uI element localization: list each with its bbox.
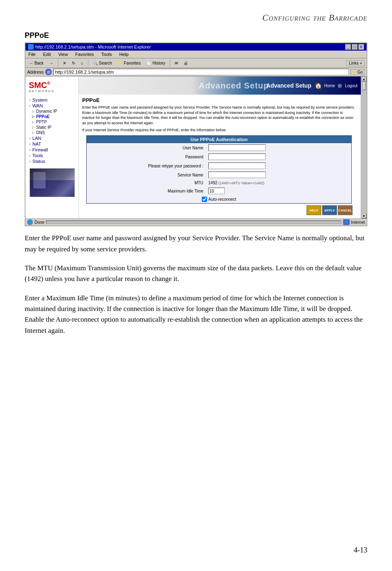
nav-wan[interactable]: ○ WAN	[25, 103, 78, 109]
toolbar-sep-1	[58, 59, 58, 67]
forward-button[interactable]: →	[47, 60, 55, 66]
retype-password-input[interactable]	[208, 162, 266, 169]
refresh-button[interactable]: ↻	[70, 60, 77, 66]
search-button[interactable]: 🔍 Search	[91, 60, 114, 66]
nav-nat[interactable]: ○ NAT	[25, 141, 78, 147]
title-bar-controls[interactable]: _ □ ✕	[345, 44, 364, 50]
nav-pptp[interactable]: ▷ PPTP	[25, 119, 78, 125]
mtu-value: 1492	[208, 181, 217, 185]
smc-logo: SMC® NETWORKS	[25, 78, 78, 96]
title-bar-left: 🌐 http://192.168.2.1/setupa.stm - Micros…	[28, 44, 151, 50]
minimize-button[interactable]: _	[345, 44, 351, 50]
address-input[interactable]	[53, 69, 348, 75]
smc-text: SMC®	[29, 81, 50, 90]
address-bar: Address @ ⚡Go	[25, 68, 367, 77]
service-name-input[interactable]	[208, 172, 266, 178]
back-button[interactable]: ← Back	[27, 60, 46, 66]
nav-static-ip[interactable]: ▷ Static IP	[25, 125, 78, 130]
go-button[interactable]: ⚡Go	[350, 69, 365, 75]
history-button[interactable]: 🕐 History	[144, 60, 167, 66]
smc-registered: ®	[47, 81, 50, 86]
print-button[interactable]: 🖨	[182, 60, 190, 66]
max-idle-input[interactable]	[208, 188, 225, 194]
menu-help[interactable]: Help	[118, 51, 130, 57]
auto-reconnect-label[interactable]: Auto-reconnect	[89, 197, 349, 202]
main-content: Advanced Setup Advanced Setup 🏠 Home ⊗ L…	[79, 77, 361, 218]
cancel-button[interactable]: CANCEL	[338, 205, 353, 215]
auto-reconnect-text: Auto-reconnect	[208, 197, 236, 202]
status-bar: 🌐 Done 🌐 Internet	[25, 218, 367, 225]
scroll-down[interactable]: ▼	[362, 214, 367, 218]
menu-view[interactable]: View	[57, 51, 69, 57]
scroll-thumb[interactable]	[362, 82, 366, 90]
logout-link[interactable]: Logout	[345, 84, 357, 88]
table-row: Password	[87, 152, 351, 161]
nav-lan[interactable]: ○ LAN	[25, 135, 78, 141]
toolbar-sep-3	[170, 59, 170, 67]
scroll-up[interactable]: ▲	[362, 77, 367, 81]
mail-button[interactable]: ✉	[173, 60, 180, 66]
nav-system[interactable]: ○ System	[25, 97, 78, 103]
close-button[interactable]: ✕	[358, 44, 364, 50]
menu-tools[interactable]: Tools	[100, 51, 113, 57]
help-button[interactable]: HELP	[307, 205, 321, 215]
pppoe-title: PPPoE	[82, 97, 356, 103]
browser-window: 🌐 http://192.168.2.1/setupa.stm - Micros…	[25, 42, 367, 226]
left-sidebar: SMC® NETWORKS ○ System ○ WAN ▷ Dynamic I…	[25, 77, 79, 218]
address-label: Address	[27, 70, 44, 74]
banner-links: 🏠 Home ⊗ Logout	[315, 82, 357, 89]
toolbar: ← Back → ✕ ↻ ⌂ 🔍 Search ⭐ Favorites 🕐 Hi…	[25, 58, 367, 68]
status-text: Done	[35, 220, 44, 225]
sidebar-image	[30, 168, 75, 197]
isp-text: If your Internet Service Provider requir…	[82, 128, 356, 132]
service-name-label: Service Name	[87, 170, 206, 179]
nav-dns[interactable]: ▷ DNS	[25, 130, 78, 135]
header-text: Configuring the Barricade	[262, 12, 367, 23]
username-input[interactable]	[208, 144, 266, 151]
body-text: Enter the PPPoE user name and password a…	[0, 226, 392, 351]
stop-button[interactable]: ✕	[61, 60, 68, 66]
description-text: Enter the PPPoE user name and password a…	[82, 105, 356, 125]
table-row: MTU 1492 (1440<=MTU Value<=1492)	[87, 179, 351, 186]
toolbar-sep-2	[88, 59, 88, 67]
scroll-track	[362, 82, 367, 213]
password-input[interactable]	[208, 153, 266, 160]
form-header: Use PPPoE Authentication	[87, 136, 351, 143]
mtu-hint: (1440<=MTU Value<=1492)	[219, 181, 264, 185]
nav-firewall[interactable]: ○ Firewall	[25, 147, 78, 153]
auto-reconnect-checkbox[interactable]	[202, 197, 207, 202]
username-label: User Name	[87, 143, 206, 152]
menu-file[interactable]: File	[27, 51, 37, 57]
form-section: Use PPPoE Authentication User Name Passw…	[86, 135, 352, 204]
retype-password-label: Please retype your password :	[87, 161, 206, 170]
menu-bar: File Edit View Favorites Tools Help	[25, 51, 367, 58]
status-zone: 🌐 Internet	[343, 219, 365, 225]
apply-button[interactable]: APPLY	[322, 205, 337, 215]
smc-networks: NETWORKS	[29, 89, 75, 93]
nav-pppoe[interactable]: ▷ PPPoE	[25, 114, 78, 119]
nav-status[interactable]: ○ Status	[25, 158, 78, 164]
zone-text: Internet	[351, 220, 365, 225]
page-number: 4-13	[354, 546, 367, 555]
menu-favorites[interactable]: Favorites	[74, 51, 95, 57]
content-area: PPPoE Enter the PPPoE user name and pass…	[79, 95, 361, 218]
scrollbar[interactable]: ▲ ▼	[361, 77, 367, 218]
top-banner: Advanced Setup Advanced Setup 🏠 Home ⊗ L…	[79, 77, 361, 95]
home-button[interactable]: ⌂	[79, 60, 85, 66]
table-row: Service Name	[87, 170, 351, 179]
favorites-button[interactable]: ⭐ Favorites	[116, 60, 143, 66]
password-label: Password	[87, 152, 206, 161]
home-icon: 🏠	[315, 82, 322, 89]
links-button[interactable]: Links »	[346, 60, 365, 66]
menu-edit[interactable]: Edit	[42, 51, 52, 57]
form-table: User Name Password Please	[87, 143, 351, 203]
nav-dynamic-ip[interactable]: ▷ Dynamic IP	[25, 109, 78, 114]
home-link[interactable]: Home	[324, 84, 335, 88]
nav-section: ○ System ○ WAN ▷ Dynamic IP ▷ PPPoE ▷ PP…	[25, 96, 78, 165]
section-heading: PPPoE	[0, 27, 392, 42]
max-idle-label: Maximum Idle Time	[87, 186, 206, 195]
nav-tools[interactable]: ○ Tools	[25, 153, 78, 158]
body-paragraph-2: The MTU (Maximum Transmission Unit) gove…	[25, 263, 367, 285]
maximize-button[interactable]: □	[352, 44, 357, 50]
address-icon: @	[45, 69, 52, 75]
